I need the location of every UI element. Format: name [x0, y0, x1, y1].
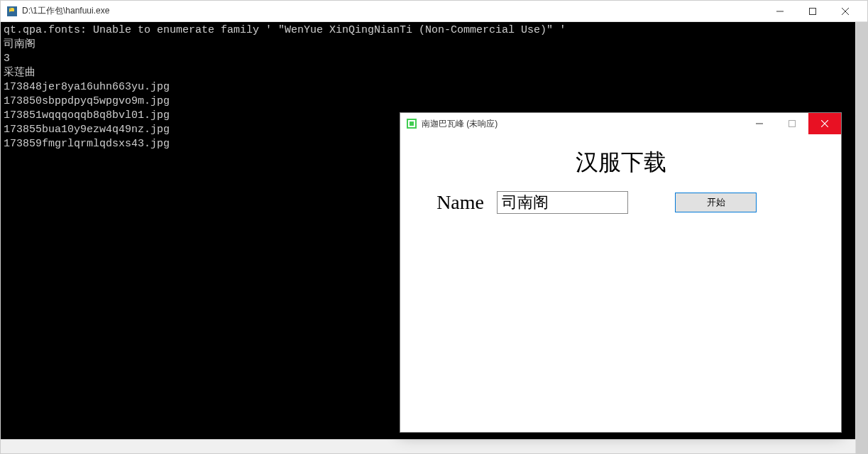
dialog-minimize-button[interactable]: [743, 113, 776, 134]
start-button[interactable]: 开始: [675, 193, 757, 212]
name-label: Name: [422, 191, 484, 214]
dialog-titlebar[interactable]: 南迦巴瓦峰 (未响应): [400, 113, 841, 134]
download-dialog: 南迦巴瓦峰 (未响应) 汉服下载 Name 开始: [400, 112, 842, 433]
window-bottom-strip: [1, 439, 867, 453]
dialog-heading: 汉服下载: [422, 147, 820, 178]
console-scrollbar-thumb[interactable]: [856, 22, 867, 453]
console-line: 173855bua10y9ezw4q49nz.jpg: [4, 124, 170, 136]
svg-rect-5: [789, 121, 796, 127]
svg-rect-2: [810, 8, 816, 14]
main-titlebar[interactable]: D:\1工作包\hanfuui.exe: [1, 1, 867, 22]
dialog-window-controls: [743, 113, 841, 134]
svg-point-1: [10, 8, 11, 9]
console-line: 173851wqqqoqqb8q8bvl01.jpg: [4, 109, 170, 121]
console-line: 3: [4, 53, 10, 65]
main-window-title: D:\1工作包\hanfuui.exe: [22, 5, 764, 17]
console-line: 采莲曲: [4, 67, 35, 79]
svg-rect-4: [410, 121, 414, 126]
qt-logo-icon: [406, 118, 417, 129]
console-line: 173859fmgrlqrmlqdsxs43.jpg: [4, 138, 170, 150]
close-button[interactable]: [829, 1, 862, 22]
name-row: Name 开始: [422, 191, 820, 214]
minimize-button[interactable]: [764, 1, 796, 22]
maximize-button[interactable]: [796, 1, 829, 22]
console-scrollbar[interactable]: [855, 22, 867, 453]
console-line: 173848jer8ya16uhn663yu.jpg: [4, 81, 170, 93]
dialog-body: 汉服下载 Name 开始: [400, 134, 841, 432]
dialog-maximize-button: [776, 113, 808, 134]
console-line: qt.qpa.fonts: Unable to enumerate family…: [4, 24, 566, 36]
dialog-title: 南迦巴瓦峰 (未响应): [422, 118, 743, 130]
console-line: 司南阁: [4, 38, 35, 50]
dialog-close-button[interactable]: [808, 113, 841, 134]
python-logo-icon: [6, 6, 18, 17]
name-input[interactable]: [497, 191, 628, 214]
main-window-controls: [764, 1, 862, 22]
console-line: 173850sbppdpyq5wpgvo9m.jpg: [4, 95, 170, 107]
